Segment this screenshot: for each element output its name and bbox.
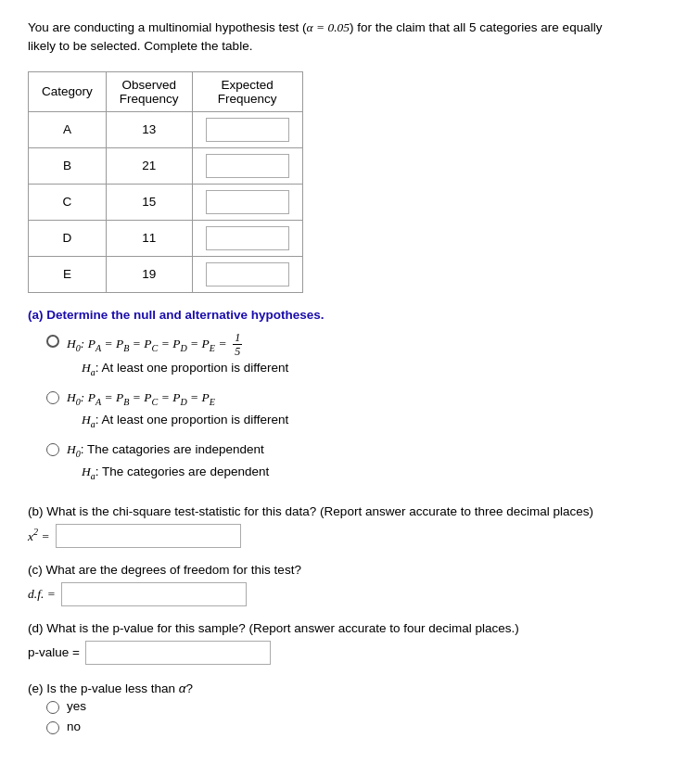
part-c-section: (c) What are the degrees of freedom for … [28,563,672,606]
table-row: D 11 [29,220,303,256]
category-e: E [29,256,107,292]
hypothesis-option-2-content: H0: PA = PB = PC = PD = PE Ha: At least … [67,388,288,432]
part-e-section: (e) Is the p-value less than α? yes no [28,681,672,734]
yes-option[interactable]: yes [46,699,672,714]
h0-option-2: H0: PA = PB = PC = PD = PE [67,388,288,410]
category-b: B [29,147,107,184]
part-b-prefix: x2 = [28,527,50,544]
radio-yes[interactable] [46,701,59,714]
frequency-table: Category ObservedFrequency ExpectedFrequ… [28,71,303,293]
observed-e: 19 [106,256,192,292]
expected-b-input[interactable] [206,154,289,178]
radio-option-3[interactable] [46,443,59,456]
category-c: C [29,184,107,220]
radio-option-2[interactable] [46,391,59,404]
expected-c-cell[interactable] [192,184,302,220]
degrees-of-freedom-input[interactable] [61,582,247,606]
part-b-section: (b) What is the chi-square test-statisti… [28,504,672,548]
no-option[interactable]: no [46,719,672,734]
chi-square-input[interactable] [56,524,241,548]
expected-a-input[interactable] [206,118,289,142]
part-b-label: (b) What is the chi-square test-statisti… [28,504,672,518]
observed-a: 13 [106,111,192,147]
expected-e-input[interactable] [206,262,289,286]
observed-c: 15 [106,184,192,220]
expected-c-input[interactable] [206,190,289,214]
table-row: B 21 [29,147,303,184]
h0-option-3: H0: The catagories are independent [67,439,269,462]
yes-no-options: yes no [46,699,672,734]
alpha-symbol: α = 0.05 [306,20,350,34]
part-c-label: (c) What are the degrees of freedom for … [28,563,672,577]
intro-text: You are conducting a multinomial hypothe… [28,19,672,57]
part-d-label: (d) What is the p-value for this sample?… [28,621,672,635]
table-row: C 15 [29,184,303,220]
col-header-observed: ObservedFrequency [106,71,192,111]
part-c-prefix: d.f. = [28,587,56,602]
col-header-expected: ExpectedFrequency [192,71,302,111]
ha-option-1: Ha: At least one proportion is different [82,358,288,380]
observed-b: 21 [106,147,192,184]
hypothesis-option-3-content: H0: The catagories are independent Ha: T… [67,439,269,484]
category-d: D [29,220,107,256]
expected-e-cell[interactable] [192,256,302,292]
no-label: no [67,719,81,733]
ha-option-2: Ha: At least one proportion is different [82,410,288,432]
expected-d-cell[interactable] [192,220,302,256]
part-d-prefix: p-value = [28,645,80,659]
table-row: A 13 [29,111,303,147]
hypothesis-option-1[interactable]: H0: PA = PB = PC = PD = PE = 1 5 Ha: At … [46,331,672,381]
part-a-label: (a) Determine the null and alternative h… [28,308,672,322]
yes-label: yes [67,699,86,713]
expected-d-input[interactable] [206,226,289,250]
expected-b-cell[interactable] [192,147,302,184]
hypothesis-option-2[interactable]: H0: PA = PB = PC = PD = PE Ha: At least … [46,388,672,432]
h0-option-1: H0: PA = PB = PC = PD = PE = 1 5 [67,331,288,359]
part-e-label: (e) Is the p-value less than α? [28,681,672,695]
expected-a-cell[interactable] [192,111,302,147]
hypothesis-options: H0: PA = PB = PC = PD = PE = 1 5 Ha: At … [46,331,672,484]
radio-no[interactable] [46,721,59,734]
observed-d: 11 [106,220,192,256]
p-value-input[interactable] [85,641,271,665]
category-a: A [29,111,107,147]
hypothesis-option-3[interactable]: H0: The catagories are independent Ha: T… [46,439,672,484]
ha-option-3: Ha: The categories are dependent [82,462,269,484]
radio-option-1[interactable] [46,335,59,348]
part-d-section: (d) What is the p-value for this sample?… [28,621,672,665]
hypothesis-option-1-content: H0: PA = PB = PC = PD = PE = 1 5 Ha: At … [67,331,288,381]
table-row: E 19 [29,256,303,292]
col-header-category: Category [29,71,107,111]
